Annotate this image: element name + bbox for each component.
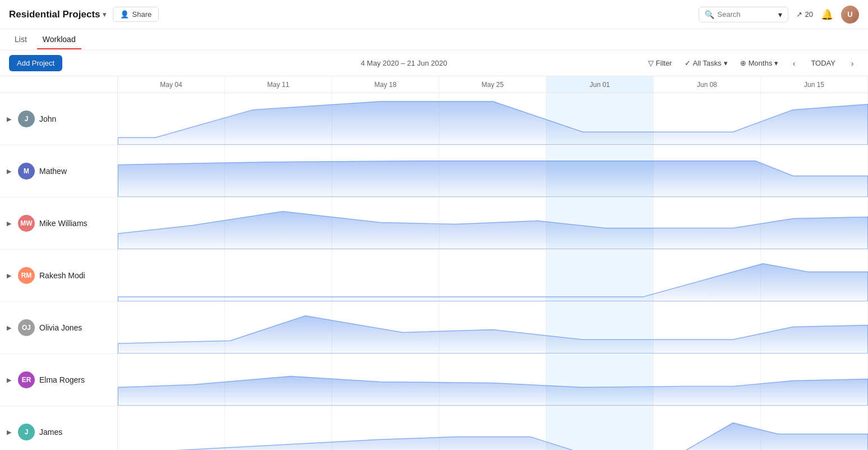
date-col-may11: May 11 [225, 76, 332, 93]
workload-row-mike [118, 198, 868, 250]
filter-icon: ▽ [648, 59, 654, 67]
months-button[interactable]: ⊕ Months ▾ [737, 57, 782, 70]
workload-row-mathew [118, 145, 868, 198]
list-item[interactable]: ▶ M Mathew [0, 145, 117, 198]
list-item[interactable]: ▶ ER Elma Rogers [0, 354, 117, 406]
expand-icon[interactable]: ▶ [7, 429, 13, 436]
date-col-may25: May 25 [439, 76, 546, 93]
avatar: M [18, 163, 35, 180]
date-range-label: 4 May 2020 – 21 Jun 2020 [69, 59, 638, 67]
expand-icon[interactable]: ▶ [7, 272, 13, 279]
user-avatar[interactable]: U [841, 6, 859, 24]
toolbar: Add Project 4 May 2020 – 21 Jun 2020 ▽ F… [0, 50, 868, 76]
search-dropdown-icon[interactable]: ▾ [778, 10, 782, 19]
list-item[interactable]: ▶ J James [0, 406, 117, 450]
person-name: Mike Williams [39, 219, 88, 228]
date-headers: May 04 May 11 May 18 May 25 Jun 01 Jun 0… [118, 76, 868, 93]
expand-icon[interactable]: ▶ [7, 376, 13, 384]
person-name: James [39, 428, 62, 437]
chart-area: May 04 May 11 May 18 May 25 Jun 01 Jun 0… [118, 76, 868, 450]
title-chevron-icon: ▾ [103, 11, 106, 19]
person-name: John [39, 114, 56, 123]
search-input[interactable] [718, 10, 775, 19]
person-name: Elma Rogers [39, 375, 85, 384]
nav-next-button[interactable]: › [846, 57, 859, 70]
main-area: ▶ J John ▶ M Mathew ▶ MW Mike Williams ▶… [0, 76, 868, 450]
date-col-may18: May 18 [332, 76, 439, 93]
avatar: J [18, 424, 35, 440]
date-col-jun08: Jun 08 [654, 76, 761, 93]
date-col-may04: May 04 [118, 76, 225, 93]
workload-row-elma [118, 354, 868, 406]
top-right: 🔍 ▾ ↗ 20 🔔 U [699, 6, 859, 24]
search-icon: 🔍 [705, 10, 714, 19]
tab-workload[interactable]: Workload [37, 30, 81, 49]
list-item[interactable]: ▶ RM Rakesh Modi [0, 250, 117, 302]
filter-button[interactable]: ▽ Filter [645, 57, 676, 70]
person-name: Mathew [39, 167, 67, 176]
person-name: Rakesh Modi [39, 271, 85, 280]
date-col-jun15: Jun 15 [761, 76, 868, 93]
date-col-jun01: Jun 01 [546, 76, 654, 93]
tabs-bar: List Workload [0, 29, 868, 50]
workload-row-james [118, 406, 868, 450]
toolbar-controls: ▽ Filter ✓ All Tasks ▾ ⊕ Months ▾ ‹ TODA… [645, 57, 859, 70]
share-icon: 👤 [120, 10, 129, 19]
person-name: Olivia Jones [39, 323, 82, 332]
project-title[interactable]: Residential Projects ▾ [9, 9, 106, 20]
top-left: Residential Projects ▾ 👤 Share [9, 7, 159, 22]
check-circle-icon: ✓ [685, 59, 691, 67]
workload-row-john [118, 93, 868, 145]
today-button[interactable]: TODAY [806, 57, 840, 70]
all-tasks-button[interactable]: ✓ All Tasks ▾ [681, 57, 731, 70]
avatar: MW [18, 215, 35, 232]
tab-list[interactable]: List [9, 30, 33, 49]
plus-circle-icon: ⊕ [740, 59, 746, 67]
expand-icon[interactable]: ▶ [7, 168, 13, 175]
list-item[interactable]: ▶ OJ Olivia Jones [0, 302, 117, 354]
search-box[interactable]: 🔍 ▾ [699, 7, 788, 22]
nav-prev-button[interactable]: ‹ [787, 57, 801, 70]
months-chevron-icon: ▾ [774, 59, 778, 67]
avatar: RM [18, 267, 35, 284]
top-bar: Residential Projects ▾ 👤 Share 🔍 ▾ ↗ 20 … [0, 0, 868, 29]
list-item[interactable]: ▶ MW Mike Williams [0, 198, 117, 250]
workload-row-olivia [118, 302, 868, 354]
avatar: J [18, 111, 35, 127]
list-item[interactable]: ▶ J John [0, 93, 117, 145]
avatar: ER [18, 371, 35, 388]
notifications-icon[interactable]: 🔔 [821, 8, 833, 21]
expand-icon[interactable]: ▶ [7, 220, 13, 227]
activity-icon: ↗ [796, 10, 802, 19]
avatar: OJ [18, 319, 35, 336]
workload-row-rakesh [118, 250, 868, 302]
person-list: ▶ J John ▶ M Mathew ▶ MW Mike Williams ▶… [0, 76, 118, 450]
workload-rows [118, 93, 868, 450]
activity-indicator[interactable]: ↗ 20 [796, 10, 813, 19]
add-project-button[interactable]: Add Project [9, 55, 62, 71]
all-tasks-chevron-icon: ▾ [724, 59, 728, 67]
expand-icon[interactable]: ▶ [7, 324, 13, 332]
share-button[interactable]: 👤 Share [113, 7, 159, 22]
expand-icon[interactable]: ▶ [7, 116, 13, 123]
